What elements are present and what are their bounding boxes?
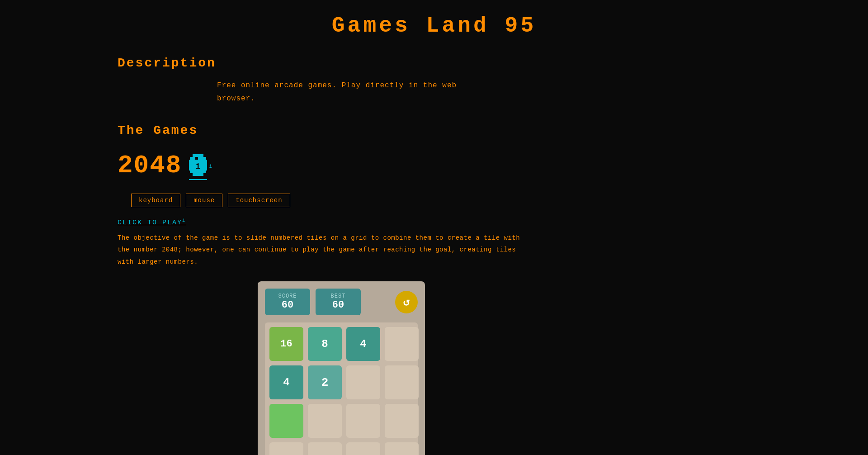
desc-line3: with larger numbers. [118,258,198,265]
score-value: 60 [274,299,301,311]
best-label: BEST [325,293,352,299]
game-icon-wrapper: i i [189,154,212,178]
svg-rect-0 [193,154,203,157]
tile-empty [346,365,380,399]
click-to-play-link[interactable]: CLICK TO PLAYi [118,218,570,232]
tile-empty [269,404,303,438]
svg-rect-5 [195,157,198,160]
game-title-row: 2048 i i [118,151,570,180]
tile-empty [308,404,342,438]
score-label: SCORE [274,293,301,299]
tile-4: 4 [346,327,380,361]
svg-rect-4 [193,173,203,176]
description-heading: Description [118,56,570,70]
tags-row: keyboard mouse touchscreen [131,194,570,207]
icon-sup: i [209,164,212,169]
best-value: 60 [325,299,352,311]
tile-8: 8 [308,327,342,361]
tile-empty [308,442,342,455]
restart-icon: ↺ [403,295,410,308]
game-preview: SCORE 60 BEST 60 ↺ 168442 [258,281,425,455]
game-title: 2048 [118,151,182,180]
tile-16: 16 [269,327,303,361]
tile-empty [385,327,419,361]
tile-2: 2 [308,365,342,399]
game-grid: 168442 [265,322,418,455]
tile-empty [269,442,303,455]
click-to-play-text: CLICK TO PLAY [118,219,182,227]
games-heading: The Games [118,123,570,137]
tile-empty [385,404,419,438]
tile-4: 4 [269,365,303,399]
desc-line1: The objective of the game is to slide nu… [118,234,520,242]
game-header: SCORE 60 BEST 60 ↺ [265,289,418,315]
tag-touchscreen: touchscreen [228,194,290,207]
tag-mouse: mouse [186,194,222,207]
click-to-play-anchor[interactable]: CLICK TO PLAYi [118,218,186,227]
best-box: BEST 60 [316,289,361,315]
description-line2: browser. [217,95,255,103]
tile-empty [346,442,380,455]
tile-empty [346,404,380,438]
tile-empty [385,365,419,399]
tag-keyboard: keyboard [131,194,180,207]
description-line1: Free online arcade games. Play directly … [217,81,457,90]
pixel-game-icon: i [189,154,207,176]
description-text: Free online arcade games. Play directly … [217,79,570,105]
click-sup: i [182,218,186,223]
game-description: The objective of the game is to slide nu… [118,232,561,268]
site-title: Games Land 95 [0,14,868,38]
svg-text:i: i [196,162,201,171]
tile-empty [385,442,419,455]
score-box: SCORE 60 [265,289,310,315]
restart-button[interactable]: ↺ [395,291,418,313]
desc-line2: the number 2048; however, one can contin… [118,246,516,253]
